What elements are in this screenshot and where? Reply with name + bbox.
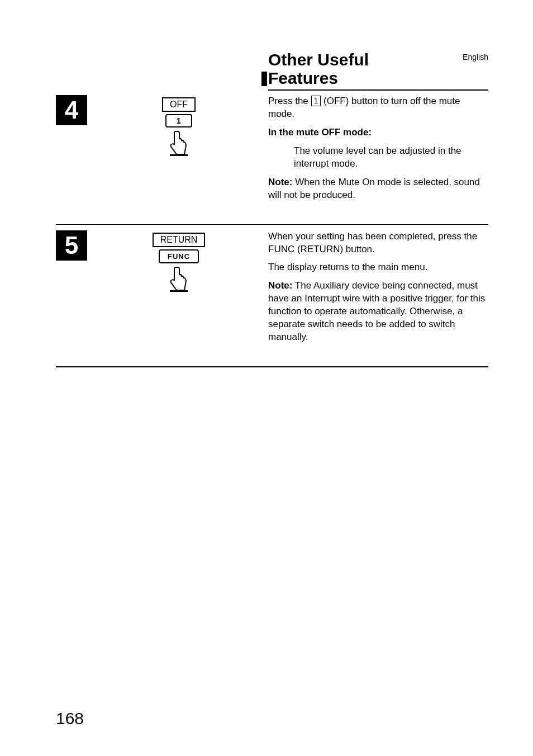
note-label: Note:	[268, 280, 292, 291]
step-text: Press the 1 (OFF) button to turn off the…	[268, 95, 488, 207]
manual-page: English Other Useful Features 4 OFF 1 Pr…	[0, 0, 533, 756]
step4-subbody: The volume level can be adjusted in the …	[268, 145, 488, 171]
step4-instruction: Press the 1 (OFF) button to turn off the…	[268, 95, 488, 121]
step-illustration: RETURN FUNC	[89, 230, 268, 350]
step5-note: Note: The Auxiliary device being connect…	[268, 280, 488, 344]
note-body: When the Mute On mode is selected, sound…	[268, 177, 480, 200]
note-body: The Auxiliary device being connected, mu…	[268, 280, 485, 342]
illustration-box: OFF 1	[162, 97, 196, 207]
title-accent-bar	[261, 72, 267, 86]
step5-instruction1: When your setting has been completed, pr…	[268, 230, 488, 256]
hand-press-icon	[168, 266, 190, 292]
note-label: Note:	[268, 177, 292, 187]
step-text: When your setting has been completed, pr…	[268, 230, 488, 350]
section-title-block: English Other Useful Features	[268, 50, 488, 91]
step-number: 4	[56, 95, 87, 125]
func-button-box: FUNC	[159, 249, 199, 263]
header-row: English Other Useful Features	[56, 50, 488, 91]
hand-press-icon	[168, 130, 190, 157]
illustration-box: RETURN FUNC	[153, 233, 206, 350]
step5-instruction2: The display returns to the main menu.	[268, 261, 488, 274]
section-title-line1: Other Useful	[268, 50, 488, 69]
step-5: 5 RETURN FUNC When your setting has been…	[56, 224, 488, 367]
step4-note: Note: When the Mute On mode is selected,…	[268, 176, 488, 202]
svg-rect-0	[170, 154, 188, 156]
step-number: 5	[56, 230, 87, 261]
step-4: 4 OFF 1 Press the 1 (OFF) button to turn…	[56, 91, 488, 224]
return-label-box: RETURN	[153, 233, 206, 247]
section-end-rule	[56, 366, 488, 367]
step-illustration: OFF 1	[89, 95, 268, 207]
page-number: 168	[56, 709, 84, 728]
step-number-column: 4	[56, 95, 89, 207]
svg-rect-1	[170, 290, 188, 292]
button-1-box: 1	[165, 114, 192, 127]
key-1-icon: 1	[311, 96, 321, 106]
step-number-column: 5	[56, 230, 89, 350]
step4-subheading: In the mute OFF mode:	[268, 126, 488, 139]
language-label: English	[463, 53, 488, 62]
section-title-line2: Features	[268, 69, 488, 87]
off-label-box: OFF	[162, 97, 196, 112]
text-fragment: Press the	[268, 96, 311, 106]
mute-off-mode-heading: In the mute OFF mode:	[268, 127, 372, 138]
